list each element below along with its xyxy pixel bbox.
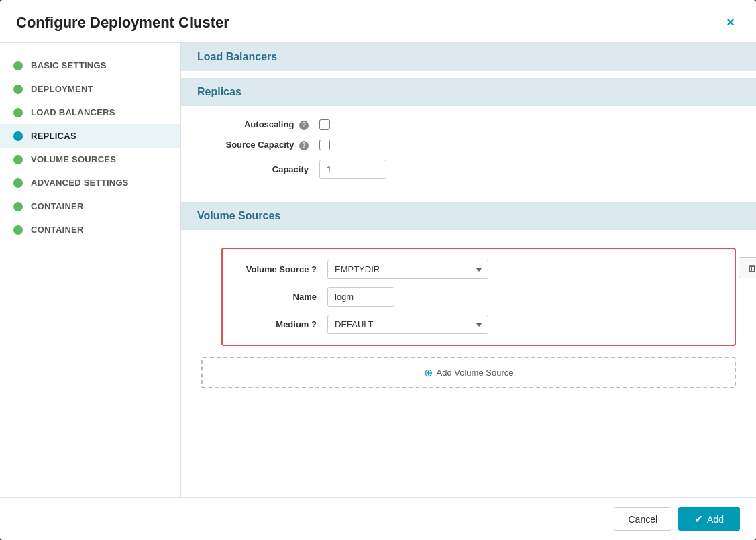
close-button[interactable]: ×	[721, 12, 740, 33]
sidebar-item-container-1[interactable]: CONTAINER	[0, 195, 180, 218]
volume-source-select[interactable]: EMPTYDIR CONFIGMAP SECRET HOSTPATH NFS P…	[327, 260, 488, 279]
dot-replicas	[13, 131, 23, 141]
capacity-row: Capacity	[201, 160, 736, 179]
sidebar-label-container-2: CONTAINER	[31, 225, 84, 235]
dot-basic-settings	[13, 61, 23, 70]
autoscaling-help-icon[interactable]: ?	[299, 121, 309, 130]
autoscaling-row: Autoscaling ?	[201, 119, 736, 130]
sidebar-label-advanced-settings: ADVANCED SETTINGS	[31, 178, 129, 188]
sidebar-label-basic-settings: BASIC SETTINGS	[31, 60, 107, 70]
dot-container-1	[13, 202, 23, 211]
volume-source-name-row: Name	[236, 287, 721, 307]
check-circle-icon: ✔	[694, 512, 703, 525]
sidebar-label-replicas: REPLICAS	[31, 131, 76, 141]
dot-volume-sources	[13, 155, 23, 164]
sidebar-label-container-1: CONTAINER	[31, 201, 84, 211]
volume-source-entry-wrapper: Volume Source ? EMPTYDIR CONFIGMAP SECRE…	[201, 248, 756, 346]
volume-source-name-input[interactable]	[327, 287, 394, 307]
add-volume-source-row: ⊕ Add Volume Source	[201, 357, 736, 388]
volume-sources-section: Volume Source ? EMPTYDIR CONFIGMAP SECRE…	[181, 248, 756, 388]
volume-source-help-icon[interactable]: ?	[311, 264, 317, 274]
dot-load-balancers	[13, 108, 23, 117]
remove-volume-source-button[interactable]: 🗑 Remove Volume Source	[739, 257, 756, 278]
dot-deployment	[13, 85, 23, 94]
volume-source-type-row: Volume Source ? EMPTYDIR CONFIGMAP SECRE…	[236, 260, 721, 279]
volume-source-medium-select[interactable]: DEFAULT MEMORY	[327, 315, 488, 334]
sidebar-item-load-balancers[interactable]: LOAD BALANCERS	[0, 101, 180, 124]
sidebar-item-container-2[interactable]: CONTAINER	[0, 218, 180, 241]
sidebar-label-volume-sources: VOLUME SOURCES	[31, 154, 116, 164]
replicas-header: Replicas	[181, 78, 756, 106]
source-capacity-row: Source Capacity ?	[201, 140, 736, 150]
sidebar-item-advanced-settings[interactable]: ADVANCED SETTINGS	[0, 171, 180, 195]
sidebar-label-deployment: DEPLOYMENT	[31, 84, 93, 94]
source-capacity-label: Source Capacity ?	[201, 140, 309, 150]
plus-circle-icon: ⊕	[424, 366, 433, 379]
source-capacity-checkbox[interactable]	[319, 140, 330, 150]
capacity-input[interactable]	[319, 160, 386, 179]
autoscaling-checkbox[interactable]	[319, 119, 330, 130]
volume-sources-header: Volume Sources	[181, 202, 756, 230]
volume-source-name-label: Name	[236, 292, 317, 302]
sidebar-item-deployment[interactable]: DEPLOYMENT	[0, 77, 180, 101]
sidebar-item-basic-settings[interactable]: BASIC SETTINGS	[0, 54, 180, 77]
sidebar: BASIC SETTINGS DEPLOYMENT LOAD BALANCERS…	[0, 43, 181, 497]
cancel-button[interactable]: Cancel	[614, 507, 671, 531]
modal-overlay: Configure Deployment Cluster × BASIC SET…	[0, 0, 756, 540]
autoscaling-label: Autoscaling ?	[201, 119, 309, 130]
add-volume-source-button[interactable]: ⊕ Add Volume Source	[201, 357, 736, 388]
sidebar-label-load-balancers: LOAD BALANCERS	[31, 107, 115, 117]
dot-advanced-settings	[13, 178, 23, 188]
load-balancers-header: Load Balancers	[181, 43, 756, 71]
source-capacity-help-icon[interactable]: ?	[299, 141, 309, 150]
replicas-body: Autoscaling ? Source Capacity ? Capac	[181, 106, 756, 202]
modal-footer: Cancel ✔ Add	[0, 497, 756, 540]
configure-deployment-modal: Configure Deployment Cluster × BASIC SET…	[0, 0, 756, 540]
main-content: Load Balancers Replicas Autoscaling ?	[181, 43, 756, 497]
volume-source-entry: Volume Source ? EMPTYDIR CONFIGMAP SECRE…	[221, 248, 736, 346]
modal-header: Configure Deployment Cluster ×	[0, 0, 756, 43]
modal-title: Configure Deployment Cluster	[16, 14, 229, 32]
dot-container-2	[13, 225, 23, 235]
add-button[interactable]: ✔ Add	[678, 507, 740, 531]
modal-body: BASIC SETTINGS DEPLOYMENT LOAD BALANCERS…	[0, 43, 756, 497]
capacity-label: Capacity	[201, 164, 309, 174]
sidebar-item-volume-sources[interactable]: VOLUME SOURCES	[0, 148, 180, 171]
trash-icon: 🗑	[747, 262, 756, 273]
medium-help-icon[interactable]: ?	[311, 319, 317, 329]
volume-source-type-label: Volume Source ?	[236, 264, 317, 274]
volume-source-medium-row: Medium ? DEFAULT MEMORY	[236, 315, 721, 334]
volume-source-medium-label: Medium ?	[236, 319, 317, 329]
sidebar-item-replicas[interactable]: REPLICAS	[0, 124, 180, 148]
